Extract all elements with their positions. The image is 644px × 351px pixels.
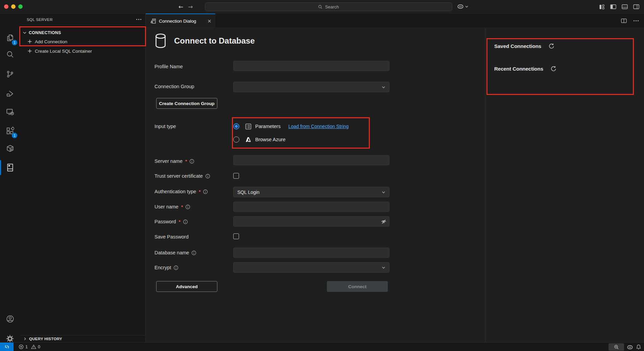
activity-item-explorer[interactable]: 1 bbox=[0, 30, 20, 46]
parameters-label: Parameters bbox=[255, 124, 281, 129]
explorer-badge: 1 bbox=[12, 40, 17, 45]
connection-dialog-form: Connect to Database Profile Name Connect… bbox=[146, 28, 485, 342]
trust-certificate-checkbox[interactable] bbox=[233, 173, 239, 179]
eye-off-icon[interactable] bbox=[381, 219, 387, 225]
toggle-secondary-sidebar-icon[interactable] bbox=[633, 4, 639, 9]
window-controls[interactable] bbox=[4, 4, 23, 9]
authentication-type-select[interactable]: SQL Login bbox=[233, 187, 389, 197]
source-control-icon bbox=[6, 70, 14, 78]
encrypt-select[interactable] bbox=[233, 262, 389, 273]
profile-name-input[interactable] bbox=[233, 61, 389, 71]
chevron-down-icon bbox=[381, 85, 386, 89]
zoom-window-icon[interactable] bbox=[18, 4, 23, 9]
connection-group-label: Connection Group bbox=[154, 82, 194, 91]
save-password-label: Save Password bbox=[154, 232, 189, 242]
gear-icon bbox=[6, 334, 14, 343]
activity-item-extensions[interactable]: 1 bbox=[0, 123, 20, 139]
remote-indicator[interactable] bbox=[0, 343, 14, 351]
info-icon[interactable] bbox=[191, 250, 196, 255]
refresh-icon[interactable] bbox=[551, 66, 556, 72]
notifications-bell-icon[interactable] bbox=[636, 344, 641, 350]
database-name-input[interactable] bbox=[233, 248, 389, 258]
toggle-primary-sidebar-icon[interactable] bbox=[610, 4, 616, 9]
tab-label: Connection Dialog bbox=[159, 19, 196, 24]
browse-azure-label: Browse Azure bbox=[255, 137, 285, 142]
saved-connections-title: Saved Connections bbox=[494, 43, 541, 49]
info-icon[interactable] bbox=[205, 174, 210, 179]
split-editor-icon[interactable] bbox=[621, 18, 627, 23]
accounts-button[interactable] bbox=[0, 311, 20, 327]
tab-connection-dialog[interactable]: Connection Dialog bbox=[146, 14, 215, 28]
create-connection-group-button[interactable]: Create Connection Group bbox=[156, 98, 217, 109]
forward-arrow-icon[interactable]: → bbox=[188, 3, 193, 10]
account-icon bbox=[6, 315, 15, 323]
database-name-label: Database name bbox=[154, 248, 196, 257]
copilot-status-icon[interactable] bbox=[627, 344, 633, 350]
chevron-down-icon bbox=[22, 30, 27, 35]
remote-explorer-icon bbox=[6, 107, 15, 116]
back-arrow-icon[interactable]: ← bbox=[178, 3, 183, 10]
connect-button[interactable]: Connect bbox=[327, 281, 388, 292]
info-icon[interactable] bbox=[189, 159, 194, 164]
toggle-panel-icon[interactable] bbox=[622, 4, 628, 9]
zoom-status-button[interactable] bbox=[609, 343, 624, 351]
close-window-icon[interactable] bbox=[4, 4, 8, 9]
tree-item-create-local-sql-container[interactable]: Create Local SQL Container bbox=[20, 47, 145, 55]
container-icon bbox=[6, 144, 15, 153]
minimize-window-icon[interactable] bbox=[11, 4, 16, 9]
input-type-parameters-option[interactable]: Parameters Load from Connection String bbox=[233, 122, 349, 131]
refresh-icon[interactable] bbox=[549, 43, 554, 49]
editor-more-actions-icon[interactable] bbox=[634, 20, 639, 21]
command-center-search[interactable]: Search bbox=[205, 2, 452, 11]
info-icon[interactable] bbox=[173, 265, 178, 270]
activity-item-search[interactable] bbox=[0, 46, 20, 62]
connection-group-select[interactable] bbox=[233, 82, 389, 92]
copilot-icon bbox=[457, 3, 464, 10]
error-count: 1 bbox=[25, 345, 28, 349]
database-icon bbox=[154, 33, 167, 49]
problems-indicator[interactable]: 1 0 bbox=[19, 344, 40, 349]
info-icon[interactable] bbox=[203, 189, 208, 194]
advanced-button[interactable]: Advanced bbox=[156, 281, 217, 292]
close-tab-icon[interactable] bbox=[207, 19, 212, 23]
chevron-down-icon bbox=[381, 190, 386, 194]
radio-unselected-icon[interactable] bbox=[233, 136, 239, 143]
azure-icon bbox=[245, 136, 252, 143]
connections-side-panel: Saved Connections Recent Connections bbox=[485, 28, 644, 342]
info-icon[interactable] bbox=[185, 204, 190, 209]
radio-selected-icon[interactable] bbox=[233, 123, 239, 129]
title-bar: ← → Search bbox=[0, 0, 644, 14]
activity-item-source-control[interactable] bbox=[0, 66, 20, 82]
input-type-browse-azure-option[interactable]: Browse Azure bbox=[233, 135, 285, 144]
parameters-form-icon bbox=[245, 123, 252, 130]
tree-section-connections[interactable]: CONNECTIONS bbox=[20, 28, 145, 37]
password-input[interactable] bbox=[233, 216, 389, 227]
activity-item-sql-server[interactable] bbox=[0, 159, 20, 176]
remote-icon bbox=[4, 345, 9, 349]
load-from-connection-string-link[interactable]: Load from Connection String bbox=[288, 124, 349, 129]
activity-item-run-debug[interactable] bbox=[0, 85, 20, 102]
copilot-menu[interactable] bbox=[457, 3, 468, 10]
sql-server-icon bbox=[6, 163, 15, 172]
query-history-section[interactable]: QUERY HISTORY bbox=[20, 335, 145, 342]
activity-item-remote-explorer[interactable] bbox=[0, 104, 20, 120]
server-name-input[interactable] bbox=[233, 155, 389, 165]
error-icon bbox=[19, 344, 24, 349]
save-password-checkbox[interactable] bbox=[233, 233, 239, 239]
password-label: Password * bbox=[154, 217, 188, 226]
required-asterisk: * bbox=[179, 219, 181, 224]
required-asterisk: * bbox=[185, 159, 187, 164]
user-name-input[interactable] bbox=[233, 202, 389, 212]
editor-tab-bar: Connection Dialog bbox=[146, 14, 644, 28]
activity-item-containers[interactable] bbox=[0, 141, 20, 157]
sidebar-more-actions-icon[interactable] bbox=[136, 19, 141, 20]
page-title: Connect to Database bbox=[174, 36, 255, 46]
customize-layout-icon[interactable] bbox=[599, 4, 605, 10]
search-icon bbox=[6, 50, 15, 59]
warning-icon bbox=[31, 344, 36, 349]
tree-item-add-connection[interactable]: Add Connection bbox=[20, 37, 145, 46]
chevron-down-icon bbox=[465, 5, 468, 8]
chevron-down-icon bbox=[381, 265, 386, 270]
debug-icon bbox=[6, 90, 14, 98]
info-icon[interactable] bbox=[183, 219, 188, 224]
